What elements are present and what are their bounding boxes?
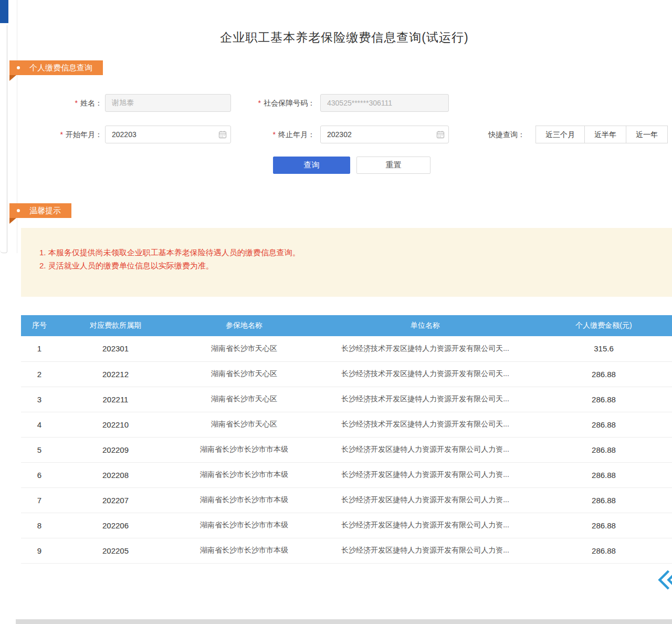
table-row: 3202211湖南省长沙市天心区长沙经济技术开发区捷特人力资源开发有限公司天..… — [21, 387, 672, 412]
end-month-label: *终止年月： — [247, 126, 315, 143]
section-label: 温馨提示 — [29, 203, 61, 218]
ribbon-fold-decoration — [9, 75, 16, 81]
table-cell: 长沙经济技术开发区捷特人力资源开发有限公司天... — [315, 412, 536, 437]
table-cell: 202212 — [58, 361, 173, 387]
table-row: 8202206湖南省长沙市长沙市市本级长沙经济开发区捷特人力资源开发有限公司人力… — [21, 513, 672, 538]
quick-option-1[interactable]: 近半年 — [584, 126, 626, 143]
table-cell: 湖南省长沙市长沙市市本级 — [173, 538, 315, 563]
table-cell: 长沙经济开发区捷特人力资源开发有限公司人力资... — [315, 462, 536, 487]
table-cell: 6 — [21, 462, 58, 487]
section-label: 个人缴费信息查询 — [29, 60, 92, 75]
end-month-input-wrap — [320, 126, 449, 143]
quick-query-label: 快捷查询： — [488, 126, 525, 143]
table-cell: 湖南省长沙市天心区 — [173, 361, 315, 387]
table-cell: 1 — [21, 336, 58, 361]
table-row: 4202210湖南省长沙市天心区长沙经济技术开发区捷特人力资源开发有限公司天..… — [21, 412, 672, 437]
name-label: *姓名： — [32, 94, 102, 112]
table-header: 序号对应费款所属期参保地名称单位名称个人缴费金额(元) — [21, 315, 672, 336]
ssn-input-wrap — [320, 94, 449, 112]
table-cell: 3 — [21, 387, 58, 412]
table-cell: 湖南省长沙市天心区 — [173, 387, 315, 412]
column-header: 对应费款所属期 — [58, 315, 173, 336]
bullet-dot-icon — [17, 209, 20, 212]
section-header-tips: 温馨提示 — [9, 203, 71, 218]
quick-option-0[interactable]: 近三个月 — [536, 126, 585, 143]
tip-line: 2. 灵活就业人员的缴费单位信息以实际缴费为准。 — [39, 259, 662, 272]
section-header-personal-payment-query: 个人缴费信息查询 — [9, 60, 103, 75]
table-cell: 286.88 — [536, 513, 672, 538]
bullet-dot-icon — [17, 66, 20, 69]
start-month-label: *开始年月： — [32, 126, 102, 143]
ssn-label: *社会保障号码： — [239, 94, 315, 112]
table-cell: 286.88 — [536, 487, 672, 513]
column-header: 序号 — [21, 315, 58, 336]
table-cell: 202207 — [58, 487, 173, 513]
name-input[interactable] — [105, 94, 231, 112]
table-row: 1202301湖南省长沙市天心区长沙经济技术开发区捷特人力资源开发有限公司天..… — [21, 336, 672, 361]
table-cell: 4 — [21, 412, 58, 437]
table-cell: 长沙经济开发区捷特人力资源开发有限公司人力资... — [315, 437, 536, 462]
quick-option-2[interactable]: 近一年 — [626, 126, 668, 143]
tips-notice-box: 1. 本服务仅提供尚未领取企业职工基本养老保险待遇人员的缴费信息查询。2. 灵活… — [21, 228, 672, 297]
page-title: 企业职工基本养老保险缴费信息查询(试运行) — [17, 29, 672, 46]
table-cell: 长沙经济开发区捷特人力资源开发有限公司人力资... — [315, 487, 536, 513]
table-cell: 286.88 — [536, 437, 672, 462]
table-cell: 202210 — [58, 412, 173, 437]
table-cell: 长沙经济技术开发区捷特人力资源开发有限公司天... — [315, 387, 536, 412]
table-cell: 286.88 — [536, 387, 672, 412]
double-chevron-left-icon[interactable] — [657, 569, 672, 591]
table-cell: 315.6 — [536, 336, 672, 361]
table-cell: 长沙经济技术开发区捷特人力资源开发有限公司天... — [315, 336, 536, 361]
quick-query-group: 近三个月近半年近一年 — [536, 126, 668, 143]
table-cell: 5 — [21, 437, 58, 462]
table-cell: 202205 — [58, 538, 173, 563]
table-cell: 202211 — [58, 387, 173, 412]
start-month-input[interactable] — [105, 126, 231, 143]
column-header: 参保地名称 — [173, 315, 315, 336]
required-asterisk: * — [273, 130, 276, 139]
table-cell: 长沙经济技术开发区捷特人力资源开发有限公司天... — [315, 361, 536, 387]
table-cell: 202206 — [58, 513, 173, 538]
ssn-input[interactable] — [320, 94, 449, 112]
table-cell: 湖南省长沙市长沙市市本级 — [173, 462, 315, 487]
column-header: 单位名称 — [315, 315, 536, 336]
pension-query-page: { "title": "企业职工基本养老保险缴费信息查询(试运行)", "sec… — [0, 0, 672, 624]
name-input-wrap — [105, 94, 231, 112]
table-cell: 286.88 — [536, 412, 672, 437]
table-cell: 9 — [21, 538, 58, 563]
required-asterisk: * — [258, 99, 261, 107]
reset-button[interactable]: 重置 — [356, 157, 430, 174]
ribbon-fold-decoration — [9, 218, 16, 224]
required-asterisk: * — [75, 99, 78, 107]
required-asterisk: * — [60, 130, 63, 139]
query-button[interactable]: 查询 — [273, 157, 350, 174]
column-header: 个人缴费金额(元) — [536, 315, 672, 336]
table-row: 6202208湖南省长沙市长沙市市本级长沙经济开发区捷特人力资源开发有限公司人力… — [21, 462, 672, 487]
table-body: 1202301湖南省长沙市天心区长沙经济技术开发区捷特人力资源开发有限公司天..… — [21, 336, 672, 563]
table-cell: 湖南省长沙市天心区 — [173, 336, 315, 361]
table-cell: 湖南省长沙市长沙市市本级 — [173, 437, 315, 462]
left-corner-fragment — [0, 0, 8, 23]
end-month-input[interactable] — [320, 126, 449, 143]
table-cell: 202209 — [58, 437, 173, 462]
table-cell: 长沙经济开发区捷特人力资源开发有限公司人力资... — [315, 538, 536, 563]
bottom-edge-strip — [16, 619, 672, 624]
left-panel-fragment — [0, 25, 7, 253]
table-cell: 286.88 — [536, 462, 672, 487]
table-cell: 7 — [21, 487, 58, 513]
table-cell: 286.88 — [536, 538, 672, 563]
results-table: 序号对应费款所属期参保地名称单位名称个人缴费金额(元) 1202301湖南省长沙… — [21, 315, 672, 564]
table-row: 9202205湖南省长沙市长沙市市本级长沙经济开发区捷特人力资源开发有限公司人力… — [21, 538, 672, 563]
table-cell: 2 — [21, 361, 58, 387]
table-cell: 286.88 — [536, 361, 672, 387]
table-cell: 湖南省长沙市长沙市市本级 — [173, 487, 315, 513]
table-cell: 湖南省长沙市长沙市市本级 — [173, 513, 315, 538]
table-cell: 长沙经济开发区捷特人力资源开发有限公司人力资... — [315, 513, 536, 538]
start-month-input-wrap — [105, 126, 231, 143]
table-cell: 湖南省长沙市天心区 — [173, 412, 315, 437]
table-row: 5202209湖南省长沙市长沙市市本级长沙经济开发区捷特人力资源开发有限公司人力… — [21, 437, 672, 462]
table-cell: 202301 — [58, 336, 173, 361]
tip-line: 1. 本服务仅提供尚未领取企业职工基本养老保险待遇人员的缴费信息查询。 — [39, 246, 662, 259]
table-cell: 8 — [21, 513, 58, 538]
table-cell: 202208 — [58, 462, 173, 487]
